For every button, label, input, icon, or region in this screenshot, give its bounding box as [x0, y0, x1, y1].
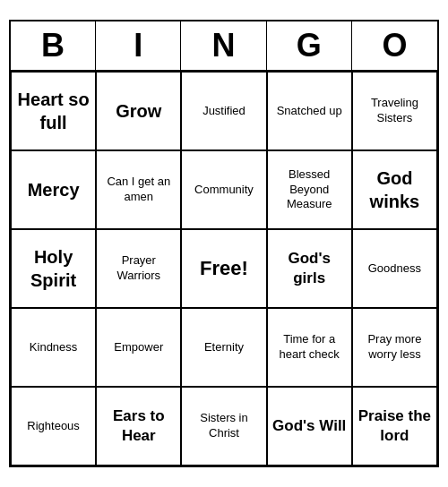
header-n: N [181, 21, 266, 70]
bingo-cell-21[interactable]: Ears to Hear [96, 387, 181, 466]
header-o: O [352, 21, 437, 70]
header-b: B [11, 21, 96, 70]
bingo-cell-24[interactable]: Praise the lord [352, 387, 437, 466]
bingo-grid: Heart so fullGrowJustifiedSnatched upTra… [11, 72, 437, 466]
header-g: G [267, 21, 352, 70]
bingo-cell-20[interactable]: Righteous [11, 387, 96, 466]
bingo-cell-3[interactable]: Snatched up [267, 72, 352, 150]
bingo-cell-13[interactable]: God's girls [267, 229, 352, 308]
bingo-cell-15[interactable]: Kindness [11, 308, 96, 387]
bingo-cell-18[interactable]: Time for a heart check [267, 308, 352, 387]
bingo-cell-11[interactable]: Prayer Warriors [96, 229, 181, 308]
bingo-cell-5[interactable]: Mercy [11, 150, 96, 229]
bingo-cell-16[interactable]: Empower [96, 308, 181, 387]
bingo-cell-19[interactable]: Pray more worry less [352, 308, 437, 387]
bingo-card: B I N G O Heart so fullGrowJustifiedSnat… [9, 20, 439, 467]
bingo-cell-10[interactable]: Holy Spirit [11, 229, 96, 308]
bingo-cell-12[interactable]: Free! [181, 229, 266, 308]
bingo-header: B I N G O [11, 21, 437, 72]
bingo-cell-7[interactable]: Community [181, 150, 266, 229]
bingo-cell-6[interactable]: Can I get an amen [96, 150, 181, 229]
bingo-cell-14[interactable]: Goodness [352, 229, 437, 308]
bingo-cell-22[interactable]: Sisters in Christ [181, 387, 266, 466]
bingo-cell-4[interactable]: Traveling Sisters [352, 72, 437, 150]
header-i: I [96, 21, 181, 70]
bingo-cell-0[interactable]: Heart so full [11, 72, 96, 150]
bingo-cell-1[interactable]: Grow [96, 72, 181, 150]
bingo-cell-23[interactable]: God's Will [267, 387, 352, 466]
bingo-cell-8[interactable]: Blessed Beyond Measure [267, 150, 352, 229]
bingo-cell-17[interactable]: Eternity [181, 308, 266, 387]
bingo-cell-9[interactable]: God winks [352, 150, 437, 229]
bingo-cell-2[interactable]: Justified [181, 72, 266, 150]
